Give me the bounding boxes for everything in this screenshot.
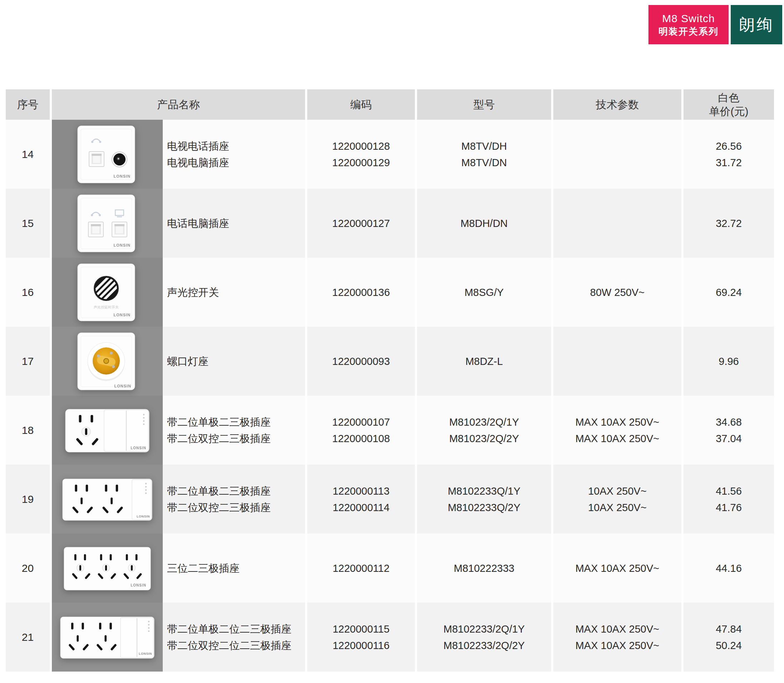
table-row: 18 LONSIN 带二位单极二三极插座 带二位双控二三极插座 12200001… xyxy=(6,396,774,465)
product-price-cell: 44.16 xyxy=(683,534,774,603)
product-image-double-socket-with-switch: LONSIN xyxy=(52,465,163,534)
product-image-cell: LONSIN xyxy=(52,603,163,672)
product-specs-cell xyxy=(553,189,681,258)
product-code-cell: 1220000115 1220000116 xyxy=(307,603,415,672)
product-price-cell: 32.72 xyxy=(683,189,774,258)
row-index: 18 xyxy=(6,396,50,465)
product-price-cell: 9.96 xyxy=(683,327,774,396)
row-index: 15 xyxy=(6,189,50,258)
row-index: 17 xyxy=(6,327,50,396)
series-badge-title: M8 Switch xyxy=(662,12,715,26)
table-row: 17 LONSIN xyxy=(6,327,774,396)
product-model-cell: M81023/2Q/1Y M81023/2Q/2Y xyxy=(417,396,551,465)
product-specs-cell: MAX 10AX 250V~ MAX 10AX 250V~ xyxy=(553,603,681,672)
product-name-cell: 电视电话插座 电视电脑插座 xyxy=(163,120,305,189)
header-model: 型号 xyxy=(417,89,551,120)
product-specs-cell: MAX 10AX 250V~ MAX 10AX 250V~ xyxy=(553,396,681,465)
product-name-cell: 带二位单极二位二三极插座 带二位双控二位二三极插座 xyxy=(163,603,305,672)
product-model-cell: M8TV/DH M8TV/DN xyxy=(417,120,551,189)
svg-text:LONSIN: LONSIN xyxy=(113,313,130,317)
product-name-cell: 螺口灯座 xyxy=(163,327,305,396)
product-specs-cell: 80W 250V~ xyxy=(553,258,681,327)
brand-badge: 朗绚 xyxy=(731,5,782,44)
product-specs-cell xyxy=(553,120,681,189)
product-code-cell: 1220000107 1220000108 xyxy=(307,396,415,465)
table-row: 19 LONSIN 带二位单极二三极插座 带二位双控二三极插座 12200001… xyxy=(6,465,774,534)
table-row: 20 LONSIN 三位二三极插座 1220000112 M8102 xyxy=(6,534,774,603)
product-price-cell: 69.24 xyxy=(683,258,774,327)
header-product-name: 产品名称 xyxy=(52,89,305,120)
product-image-screw-lamp-holder: LONSIN xyxy=(52,327,163,396)
product-image-phone-computer-socket: LONSIN xyxy=(52,189,163,258)
product-code-cell: 1220000112 xyxy=(307,534,415,603)
row-index: 16 xyxy=(6,258,50,327)
product-code-cell: 1220000127 xyxy=(307,189,415,258)
product-price-cell: 47.84 50.24 xyxy=(683,603,774,672)
product-image-cell: LONSIN xyxy=(52,327,163,396)
product-image-cell: LONSIN xyxy=(52,465,163,534)
header-code: 编码 xyxy=(307,89,415,120)
product-image-socket-with-2gang-switch: LONSIN xyxy=(52,396,163,465)
product-image-sound-light-control-switch: 声光控延时开关 LONSIN xyxy=(52,258,163,327)
svg-text:LONSIN: LONSIN xyxy=(114,384,131,388)
product-model-cell: M8DZ-L xyxy=(417,327,551,396)
row-index: 20 xyxy=(6,534,50,603)
product-name-cell: 电话电脑插座 xyxy=(163,189,305,258)
product-model-cell: M8102233/2Q/1Y M8102233/2Q/2Y xyxy=(417,603,551,672)
catalog-page: M8 Switch 明装开关系列 朗绚 序号 产品名称 编码 型号 技术参数 白… xyxy=(0,0,784,683)
svg-text:LONSIN: LONSIN xyxy=(130,583,146,587)
product-specs-cell: MAX 10AX 250V~ xyxy=(553,534,681,603)
product-name-cell: 带二位单极二三极插座 带二位双控二三极插座 xyxy=(163,465,305,534)
row-index: 14 xyxy=(6,120,50,189)
product-image-cell: 声光控延时开关 LONSIN xyxy=(52,258,163,327)
product-name-cell: 声光控开关 xyxy=(163,258,305,327)
table-row: 14 LONSIN 电视电话插座 电视电脑插座 1220000128 1 xyxy=(6,120,774,189)
table-header-row: 序号 产品名称 编码 型号 技术参数 白色 单价(元) xyxy=(6,89,774,120)
table-row: 15 LONSIN 电话电脑插座 1220000127 xyxy=(6,189,774,258)
product-model-cell: M8DH/DN xyxy=(417,189,551,258)
svg-text:LONSIN: LONSIN xyxy=(137,515,150,518)
row-index: 19 xyxy=(6,465,50,534)
header-price: 白色 单价(元) xyxy=(683,89,774,120)
product-image-tv-phone-socket: LONSIN xyxy=(52,120,163,189)
product-model-cell: M8102233Q/1Y M8102233Q/2Y xyxy=(417,465,551,534)
svg-text:声光控延时开关: 声光控延时开关 xyxy=(94,305,119,309)
product-specs-cell: 10AX 250V~ 10AX 250V~ xyxy=(553,465,681,534)
product-price-cell: 34.68 37.04 xyxy=(683,396,774,465)
product-image-cell: LONSIN xyxy=(52,189,163,258)
series-badge: M8 Switch 明装开关系列 xyxy=(649,5,729,44)
product-image-double-socket-with-2gang-switch: LONSIN xyxy=(52,603,163,672)
product-table: 序号 产品名称 编码 型号 技术参数 白色 单价(元) 14 xyxy=(6,89,774,672)
product-name-cell: 三位二三极插座 xyxy=(163,534,305,603)
series-badge-subtitle: 明装开关系列 xyxy=(659,26,718,37)
svg-text:LONSIN: LONSIN xyxy=(130,446,146,450)
table-row: 21 LONSIN 带二位单极二位二三极插座 带二位双控二位二三极插座 xyxy=(6,603,774,672)
product-model-cell: M810222333 xyxy=(417,534,551,603)
table-row: 16 声光控延时开关 xyxy=(6,258,774,327)
product-name-cell: 带二位单极二三极插座 带二位双控二三极插座 xyxy=(163,396,305,465)
product-image-cell: LONSIN xyxy=(52,396,163,465)
svg-text:LONSIN: LONSIN xyxy=(139,652,152,656)
product-image-cell: LONSIN xyxy=(52,120,163,189)
svg-text:LONSIN: LONSIN xyxy=(113,174,130,178)
product-price-cell: 41.56 41.76 xyxy=(683,465,774,534)
header-index: 序号 xyxy=(6,89,50,120)
product-image-triple-socket: LONSIN xyxy=(52,534,163,603)
product-image-cell: LONSIN xyxy=(52,534,163,603)
header-specs: 技术参数 xyxy=(553,89,681,120)
product-price-cell: 26.56 31.72 xyxy=(683,120,774,189)
row-index: 21 xyxy=(6,603,50,672)
product-specs-cell xyxy=(553,327,681,396)
brand-badge-label: 朗绚 xyxy=(739,14,774,35)
product-code-cell: 1220000093 xyxy=(307,327,415,396)
svg-text:LONSIN: LONSIN xyxy=(113,243,130,247)
product-code-cell: 1220000128 1220000129 xyxy=(307,120,415,189)
product-code-cell: 1220000136 xyxy=(307,258,415,327)
product-code-cell: 1220000113 1220000114 xyxy=(307,465,415,534)
product-model-cell: M8SG/Y xyxy=(417,258,551,327)
